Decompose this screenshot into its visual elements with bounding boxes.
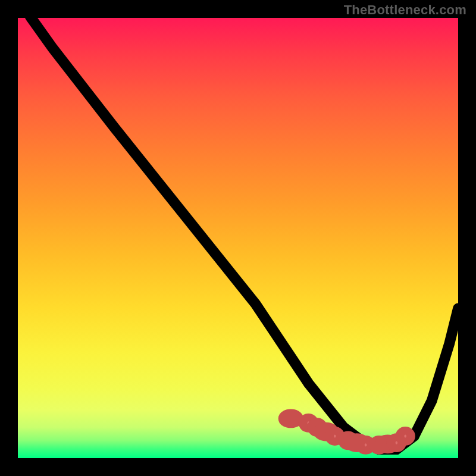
marker-point [361, 441, 370, 449]
chart-svg [18, 18, 458, 458]
chart-container: TheBottleneck.com [0, 0, 476, 476]
curve-line [18, 18, 458, 449]
plot-area [18, 18, 458, 458]
marker-point [284, 415, 298, 422]
marker-point [330, 432, 339, 440]
marker-group [284, 415, 410, 449]
watermark-text: TheBottleneck.com [344, 2, 466, 18]
marker-point [401, 432, 410, 440]
